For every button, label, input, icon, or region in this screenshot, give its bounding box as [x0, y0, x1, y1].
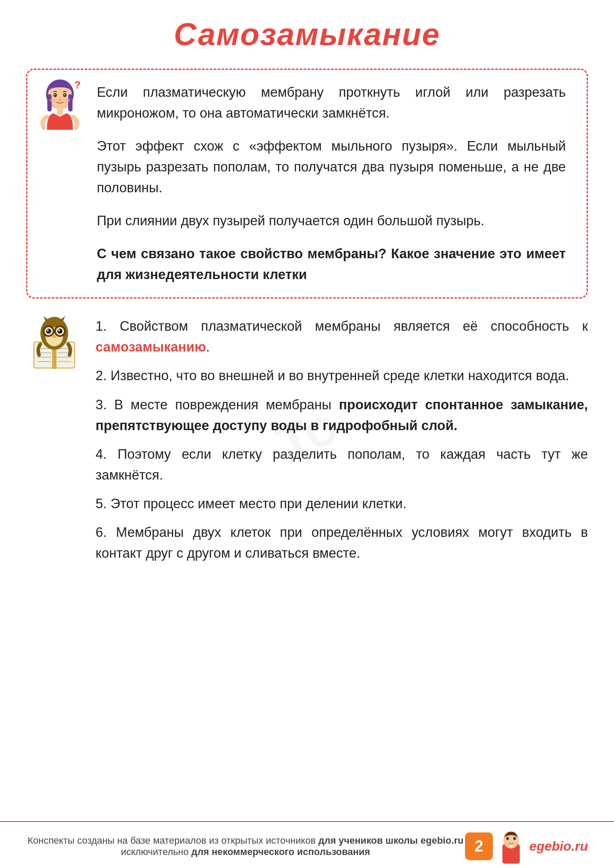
- answer-item-5: 5. Этот процесс имеет место при делении …: [96, 493, 588, 514]
- answer-4-text: Поэтому если клетку разделить пополам, т…: [96, 447, 588, 483]
- answer-item-6: 6. Мембраны двух клеток при определённых…: [96, 522, 588, 564]
- svg-point-8: [59, 99, 61, 100]
- question-text: Если плазматическую мембрану проткнуть и…: [97, 82, 566, 285]
- answer-1-highlight: самозамыканию: [96, 339, 206, 355]
- footer: Конспекты созданы на базе материалов из …: [0, 821, 614, 868]
- footer-line2: исключительно для некоммерческого исполь…: [26, 846, 465, 858]
- svg-text:?: ?: [74, 79, 81, 91]
- svg-rect-11: [57, 108, 63, 115]
- answer-2-text: Известно, что во внешней и во внутренней…: [110, 368, 569, 383]
- svg-marker-27: [60, 316, 65, 321]
- svg-point-40: [506, 837, 509, 840]
- header: Самозамыкание: [0, 0, 614, 64]
- girl-avatar: ?: [36, 78, 88, 134]
- footer-line1: Конспекты созданы на базе материалов из …: [26, 835, 465, 846]
- question-para-2: Этот эффект схож с «эффектом мыльного пу…: [97, 136, 566, 198]
- svg-point-7: [64, 94, 65, 95]
- question-para-4: С чем связано такое свойство мембраны? К…: [97, 243, 566, 285]
- question-block: ? Если плазматическую мембрану проткнуть…: [26, 69, 588, 299]
- answer-item-3: 3. В месте повреждения мембраны происход…: [96, 395, 588, 436]
- footer-logo: egebio.ru: [529, 839, 588, 854]
- svg-point-33: [58, 329, 60, 331]
- svg-point-32: [47, 329, 49, 331]
- svg-point-10: [64, 98, 70, 102]
- svg-point-41: [513, 837, 516, 840]
- svg-point-30: [46, 329, 51, 334]
- answer-1-text-before: Свойством плазматической мембраны являет…: [120, 319, 588, 334]
- answer-list: 1. Свойством плазматической мембраны явл…: [96, 316, 588, 563]
- question-para-3: При слиянии двух пузырей получается один…: [97, 210, 566, 231]
- answer-item-1: 1. Свойством плазматической мембраны явл…: [96, 316, 588, 358]
- svg-rect-2: [47, 94, 52, 112]
- question-para-1: Если плазматическую мембрану проткнуть и…: [97, 82, 566, 124]
- page-title: Самозамыкание: [26, 16, 588, 52]
- svg-point-31: [57, 329, 63, 334]
- footer-avatar: [498, 829, 524, 864]
- answer-item-4: 4. Поэтому если клетку разделить пополам…: [96, 444, 588, 486]
- svg-rect-3: [68, 94, 73, 112]
- answer-6-text: Мембраны двух клеток при определённых ус…: [96, 525, 588, 561]
- answer-block: 1. Свойством плазматической мембраны явл…: [26, 316, 588, 563]
- answer-item-2: 2. Известно, что во внешней и во внутрен…: [96, 365, 588, 386]
- answer-5-text: Этот процесс имеет место при делении кле…: [110, 496, 406, 511]
- owl-avatar: [30, 316, 78, 374]
- svg-point-6: [54, 94, 56, 95]
- footer-text: Конспекты созданы на базе материалов из …: [26, 835, 465, 858]
- answer-3-text-before: В месте повреждения мембраны: [114, 397, 339, 412]
- footer-right: 2 egebio.ru: [465, 829, 588, 864]
- svg-marker-26: [43, 316, 49, 321]
- page-number: 2: [465, 832, 493, 860]
- svg-point-9: [50, 98, 56, 102]
